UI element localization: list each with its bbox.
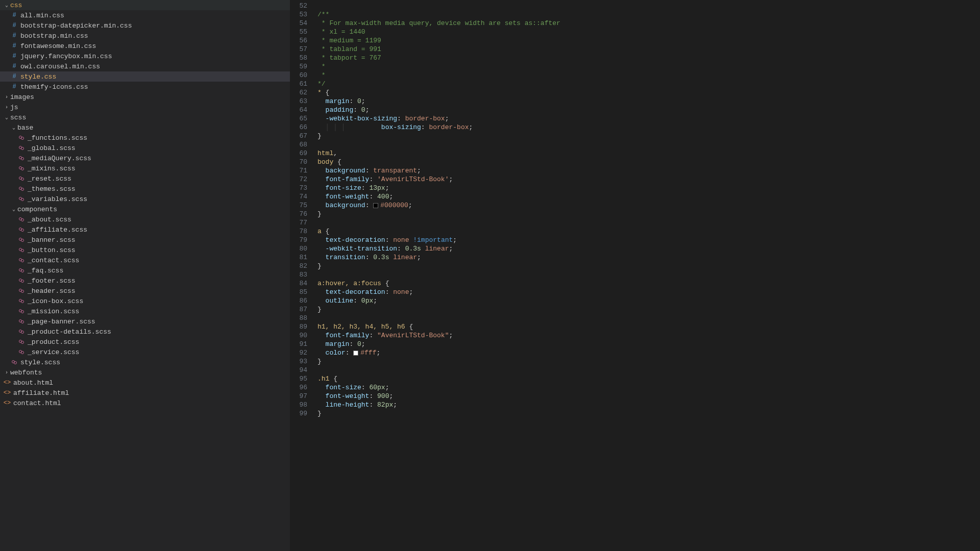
file-bootstrap.min.css[interactable]: #bootstrap.min.css	[0, 31, 290, 41]
file-affiliate.html[interactable]: <>affiliate.html	[0, 388, 290, 398]
file-_affiliate.scss[interactable]: _affiliate.scss	[0, 224, 290, 235]
code-line[interactable]: a {	[317, 227, 980, 236]
file-_mixins.scss[interactable]: _mixins.scss	[0, 163, 290, 173]
code-line[interactable]: *	[317, 71, 980, 80]
code-line[interactable]: outline: 0px;	[317, 296, 980, 305]
code-line[interactable]	[317, 314, 980, 322]
folder-webfonts[interactable]: ›webfonts	[0, 367, 290, 378]
file-_footer.scss[interactable]: _footer.scss	[0, 276, 290, 286]
code-line[interactable]: color: #fff;	[317, 348, 980, 357]
code-line[interactable]: }	[317, 357, 980, 366]
css-property: line-height	[326, 401, 370, 409]
code-line[interactable]	[317, 218, 980, 227]
file-jquery.fancybox.min.css[interactable]: #jquery.fancybox.min.css	[0, 51, 290, 61]
code-line[interactable]: line-height: 82px;	[317, 400, 980, 409]
file-_page-banner.scss[interactable]: _page-banner.scss	[0, 316, 290, 327]
code-line[interactable]: a:hover, a:focus {	[317, 279, 980, 288]
code-line[interactable]: */	[317, 80, 980, 88]
code-line[interactable]: font-family: "AvenirLTStd-Book";	[317, 331, 980, 340]
file-fontawesome.min.css[interactable]: #fontawesome.min.css	[0, 41, 290, 51]
file-_service.scss[interactable]: _service.scss	[0, 347, 290, 357]
code-line[interactable]: * xl = 1440	[317, 28, 980, 36]
code-line[interactable]: text-decoration: none !important;	[317, 236, 980, 244]
code-line[interactable]: padding: 0;	[317, 106, 980, 114]
code-line[interactable]	[317, 366, 980, 374]
code-line[interactable]: margin: 0;	[317, 97, 980, 106]
file-_mediaQuery.scss[interactable]: _mediaQuery.scss	[0, 153, 290, 163]
code-line[interactable]: font-size: 13px;	[317, 184, 980, 192]
file-_product-details.scss[interactable]: _product-details.scss	[0, 327, 290, 337]
code-line[interactable]: * {	[317, 88, 980, 97]
file-_product.scss[interactable]: _product.scss	[0, 337, 290, 347]
file-_reset.scss[interactable]: _reset.scss	[0, 173, 290, 184]
code-content[interactable]: /** * For max-width media query, device …	[314, 0, 980, 551]
file-about.html[interactable]: <>about.html	[0, 378, 290, 388]
file-all.min.css[interactable]: #all.min.css	[0, 10, 290, 20]
file-_themes.scss[interactable]: _themes.scss	[0, 184, 290, 194]
code-line[interactable]: margin: 0;	[317, 340, 980, 348]
code-line[interactable]: font-weight: 900;	[317, 392, 980, 400]
scss-file-icon	[17, 237, 26, 243]
code-line[interactable]: * tabport = 767	[317, 54, 980, 62]
file-bootstrap-datepicker.min.css[interactable]: #bootstrap-datepicker.min.css	[0, 20, 290, 31]
folder-scss[interactable]: ⌄scss	[0, 112, 290, 122]
code-line[interactable]: background: transparent;	[317, 166, 980, 175]
code-line[interactable]	[317, 140, 980, 149]
svg-point-13	[21, 198, 24, 201]
line-number: 89	[290, 322, 307, 331]
code-line[interactable]: text-decoration: none;	[317, 288, 980, 296]
file-_faq.scss[interactable]: _faq.scss	[0, 265, 290, 276]
file-explorer[interactable]: ⌄css#all.min.css#bootstrap-datepicker.mi…	[0, 0, 290, 551]
file-contact.html[interactable]: <>contact.html	[0, 398, 290, 408]
file-_banner.scss[interactable]: _banner.scss	[0, 235, 290, 245]
code-line[interactable]: body {	[317, 158, 980, 166]
code-line[interactable]: *	[317, 62, 980, 71]
code-line[interactable]: /**	[317, 10, 980, 19]
file-style.css[interactable]: #style.css	[0, 71, 290, 82]
code-line[interactable]: * For max-width media query, device widt…	[317, 19, 980, 28]
file-_global.scss[interactable]: _global.scss	[0, 143, 290, 153]
file-_header.scss[interactable]: _header.scss	[0, 286, 290, 296]
code-line[interactable]: }	[317, 409, 980, 418]
folder-js[interactable]: ›js	[0, 102, 290, 112]
code-line[interactable]: font-size: 60px;	[317, 383, 980, 392]
code-line[interactable]: background: #000000;	[317, 201, 980, 210]
folder-images[interactable]: ›images	[0, 92, 290, 102]
file-owl.carousel.min.css[interactable]: #owl.carousel.min.css	[0, 61, 290, 71]
code-line[interactable]: * tabland = 991	[317, 45, 980, 54]
folder-components[interactable]: ⌄components	[0, 204, 290, 214]
code-line[interactable]: }	[317, 305, 980, 314]
file-_functions.scss[interactable]: _functions.scss	[0, 133, 290, 143]
code-line[interactable]	[317, 2, 980, 10]
code-line[interactable]: font-family: 'AvenirLTStd-Book';	[317, 175, 980, 184]
file-_icon-box.scss[interactable]: _icon-box.scss	[0, 296, 290, 306]
file-themify-icons.css[interactable]: #themify-icons.css	[0, 82, 290, 92]
code-line[interactable]: html,	[317, 149, 980, 158]
file-_contact.scss[interactable]: _contact.scss	[0, 255, 290, 265]
code-line[interactable]: .h1 {	[317, 374, 980, 383]
line-number: 76	[290, 210, 307, 218]
file-style.scss[interactable]: style.scss	[0, 357, 290, 367]
file-_about.scss[interactable]: _about.scss	[0, 214, 290, 224]
svg-point-19	[21, 239, 24, 242]
code-line[interactable]: }	[317, 132, 980, 140]
code-line[interactable]: │ │ │ box-sizing: border-box;	[317, 123, 980, 132]
code-line[interactable]: h1, h2, h3, h4, h5, h6 {	[317, 322, 980, 331]
file-_mission.scss[interactable]: _mission.scss	[0, 306, 290, 316]
code-line[interactable]: font-weight: 400;	[317, 192, 980, 201]
file-label: themify-icons.css	[20, 83, 88, 91]
code-line[interactable]: }	[317, 262, 980, 270]
folder-css[interactable]: ⌄css	[0, 0, 290, 10]
code-line[interactable]: }	[317, 210, 980, 218]
code-line[interactable]: -webkit-box-sizing: border-box;	[317, 114, 980, 123]
code-line[interactable]: transition: 0.3s linear;	[317, 253, 980, 262]
code-editor[interactable]: 5253545556575859606162636465666768697071…	[290, 0, 980, 551]
line-number: 74	[290, 192, 307, 201]
file-_variables.scss[interactable]: _variables.scss	[0, 194, 290, 204]
file-_button.scss[interactable]: _button.scss	[0, 245, 290, 255]
code-line[interactable]	[317, 270, 980, 279]
code-line[interactable]: * medium = 1199	[317, 36, 980, 45]
css-property: margin	[326, 340, 350, 348]
folder-base[interactable]: ⌄base	[0, 122, 290, 133]
code-line[interactable]: -webkit-transition: 0.3s linear;	[317, 244, 980, 253]
